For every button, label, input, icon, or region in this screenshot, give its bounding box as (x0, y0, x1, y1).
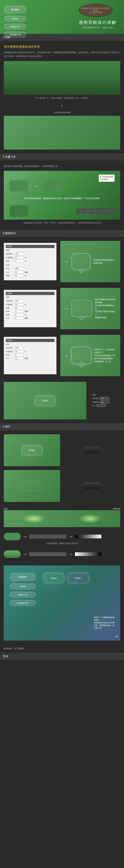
preview-4: Enter! (4, 382, 86, 420)
section-2-header: 2.矢量工具 (0, 153, 124, 161)
final-note: 总样了一个透明的质感就 完成了 带有接近分用形式与大家 交流，希望能给朋友一点 … (94, 616, 115, 629)
title-chinese: 透明导航设计讲解 (79, 20, 117, 25)
logo-line3: UI DESIGN (89, 11, 102, 13)
block1-desc: 透明物体表面它常做以便背景反衬，否则很难表现出；我用随意选取的色彩做解，如果出部… (4, 51, 120, 58)
subtitle-chinese: 通过实例的形式分享，与朋友们交流 (79, 26, 117, 29)
final-nav-column: Enter! Home About Us Contact Us (9, 573, 36, 606)
toolbar-mock-2 (29, 534, 67, 539)
gradient-bar-2 (75, 552, 101, 556)
style-row-2: 内阴影 结构 混合模式正常 不透明度20% 角度90 距离3像素 阻塞0% 大小… (4, 288, 120, 329)
final-about-button[interactable]: About Us (9, 592, 36, 598)
footer-weibo: 新浪微博：@飞屋睿勃 (0, 644, 124, 653)
arrow-right-icon: → (69, 534, 73, 539)
style-row-3: 内发光 结构 混合模式正常 不透明度30% 杂色0 大小15像素 → 内发光上方… (4, 335, 120, 376)
pill-green-2 (4, 550, 21, 558)
arrow-right-icon: → (64, 259, 69, 264)
final-contact-button[interactable]: Contact Us (9, 600, 36, 606)
gaussian-label: 高斯模糊 (113, 507, 120, 510)
delete-label: 剔除 (4, 507, 7, 510)
blur-demo-row: 剔除 高斯模糊 (4, 507, 120, 527)
section-3-content: 内发光 结构 混合模式正常 不透明度20% 杂色0% 品质 方法柔和 大小10像… (0, 237, 124, 423)
section-2-content: 圆形按钮不显得很傻，圆形边比较柔和，为使视作用重工具 点击前面板的编号 可以编辑… (0, 161, 124, 230)
block1-title: 突出透明质感需较深色背景 (4, 45, 120, 49)
speech-bubble-2 (9, 206, 28, 217)
block2-desc: 圆形按钮不显得很傻，圆形边比较柔和，为使视作用重工具 (4, 164, 120, 168)
preview-2: → 添加"内阴影"的目的不是添加阴影 只注意样式设置两项在一起 可以弹出"内发光… (60, 288, 120, 329)
logo-line2: FOR (93, 9, 98, 11)
preview-1: → 给当前的形状直接加样式，设置内发光 (60, 241, 120, 282)
arrow-right-icon: → (64, 306, 69, 311)
enter-button[interactable]: Enter! (4, 6, 26, 14)
weibo-watermark-icon: 👁 (115, 635, 118, 639)
gradient-bar-1 (75, 535, 101, 538)
blurred-box (4, 116, 120, 150)
rounded-rect-shape (9, 180, 28, 191)
panel-struct-label: 结构 (6, 249, 54, 252)
final-showcase: Enter! Home About Us Contact Us Enter! E… (4, 565, 120, 641)
home-button[interactable]: Home (4, 16, 26, 22)
final-home-button[interactable]: Home (9, 584, 36, 589)
arrow-right-icon: → (69, 552, 73, 557)
detail-panel-3 (4, 470, 60, 502)
arrow-right-icon: → (34, 183, 39, 188)
dialog-bubble-3 (71, 347, 91, 364)
blur-oval-1 (23, 514, 45, 523)
section-3-header: 3.图层样式 (0, 230, 124, 237)
toolbar-mock-3 (29, 552, 67, 556)
enter-bubble: Enter! (22, 445, 42, 456)
note3: 内发光上方，可以看出状态复杂了许 可以将背景复制得处一层 放在当前形状的蒙版区 … (94, 348, 117, 363)
enter-bubble-preview: Enter! (35, 396, 55, 406)
style-row-1: 内发光 结构 混合模式正常 不透明度20% 杂色0% 品质 方法柔和 大小10像… (4, 241, 120, 282)
final-bubble-2: Enter! (68, 573, 89, 583)
layer-style-panel-3: 内发光 结构 混合模式正常 不透明度30% 杂色0 大小15像素 (4, 337, 56, 374)
green-gradient-panel: 点击前面板的编号 可以编辑前 → 两个形状进行相加时，选择靠单件的占位形状，此状… (4, 171, 120, 220)
layer-style-panel-2: 内阴影 结构 混合模式正常 不透明度20% 角度90 距离3像素 阻塞0% 大小… (4, 290, 56, 328)
detail-panel-1: Enter! (4, 434, 60, 466)
section-1-content: 突出透明质感需较深色背景 透明物体表面它常做以便背景反衬，否则很难表现出；我用随… (0, 41, 124, 153)
speech-bubble-shape (44, 180, 63, 191)
detail-panel-4 (64, 470, 120, 502)
detail-grid: Enter! (4, 434, 120, 502)
final-bubble-1: Enter! (43, 573, 64, 583)
page-header: Enter! Home About Us Contact Us SPARK DE… (0, 0, 124, 34)
gradient-demo-1: → → (4, 533, 120, 540)
wheat-photo (4, 61, 120, 95)
arrow-right-icon: → (64, 353, 69, 358)
panel-title-1: 内发光 (6, 245, 54, 248)
arrow-right-icon: → (23, 534, 27, 539)
arrow-label: 滤镜·模糊·高斯模糊 (4, 110, 120, 116)
shape-row-2 (9, 206, 115, 217)
arrow-down-icon: ↓ (4, 101, 120, 110)
gradient-demo-2: → → (4, 550, 120, 558)
logo-area: SPARK DESIGN SCHOOL FOR UI DESIGN 透明导航设计… (79, 4, 117, 29)
dialog-bubble-2 (71, 300, 92, 317)
contact-button[interactable]: Contact Us (4, 32, 26, 38)
layer-style-panel-1: 内发光 结构 混合模式正常 不透明度20% 杂色0% 品质 方法柔和 大小10像… (4, 243, 56, 280)
pill-shape-dark-2 (83, 482, 102, 490)
toolbar-mock (77, 209, 115, 213)
blur-oval-2 (79, 514, 102, 523)
section-4-header: 4.细节 (0, 423, 124, 431)
dark-settings-panel: 结构 混合模式 正常 不透明度 100 大小 1 (90, 392, 120, 410)
note1: 给当前的形状直接加样式，设置内发光 (94, 258, 117, 265)
final-enter-button[interactable]: Enter! (9, 573, 36, 581)
panel-tooltip: 点击前面板的编号 可以编辑前 (99, 175, 115, 182)
final-bubbles: Enter! Enter! (43, 573, 89, 583)
about-button[interactable]: About Us (4, 24, 26, 30)
nav-column: Enter! Home About Us Contact Us (4, 6, 26, 38)
section-4-content: Enter! 剔除 高斯模糊 → → 点击这的键盘，用黑白渐变进行颜色加 (0, 431, 124, 644)
style-row-4: Enter! 结构 混合模式 正常 不透明度 100 大小 1 (4, 382, 120, 420)
section-5-header: 互动 (0, 653, 124, 660)
block2-caption: 两个形状进行相加时，选择靠单件的占位形状，此状态下有多重重叠式，可以自己尝试看看 (9, 195, 115, 202)
shape-row-1: → (9, 180, 115, 191)
logo-line1: SPARK DESIGN SCHOOL (81, 7, 110, 9)
dialog-bubble-1 (71, 253, 91, 270)
panel-title-2: 内阴影 (6, 292, 54, 295)
block1-caption1: 同一绿色纯一色，否则位置模糊；会略有明暗关太多，没有层次 (4, 95, 120, 101)
oval-logo: SPARK DESIGN SCHOOL FOR UI DESIGN (79, 4, 113, 17)
toolbar-area (77, 209, 115, 213)
pill-green-1 (4, 533, 21, 540)
preview-3: → 内发光上方，可以看出状态复杂了许 可以将背景复制得处一层 放在当前形状的蒙版… (60, 335, 120, 376)
ellipse-outline (21, 481, 43, 491)
gradient-caption: 点击这的键盘，用黑白渐变进行颜色加 (4, 540, 120, 547)
